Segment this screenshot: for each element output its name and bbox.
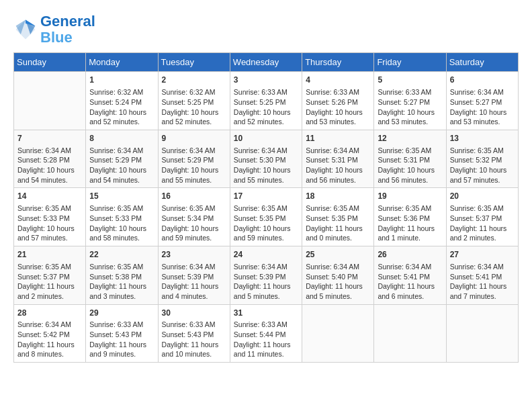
day-number: 12 [378, 133, 442, 144]
week-row-2: 7Sunrise: 6:34 AM Sunset: 5:28 PM Daylig… [14, 130, 519, 188]
calendar-cell: 3Sunrise: 6:33 AM Sunset: 5:25 PM Daylig… [230, 72, 302, 130]
day-number: 11 [306, 133, 370, 144]
calendar-cell: 22Sunrise: 6:35 AM Sunset: 5:38 PM Dayli… [86, 246, 158, 305]
day-number: 13 [450, 133, 515, 144]
day-number: 16 [162, 191, 226, 202]
day-number: 3 [234, 75, 298, 86]
day-number: 22 [89, 249, 154, 261]
col-header-thursday: Thursday [302, 53, 374, 72]
day-number: 1 [89, 75, 154, 86]
calendar-cell: 18Sunrise: 6:35 AM Sunset: 5:35 PM Dayli… [302, 188, 374, 246]
day-number: 8 [89, 133, 154, 144]
day-number: 6 [450, 75, 515, 86]
calendar-cell: 13Sunrise: 6:35 AM Sunset: 5:32 PM Dayli… [446, 130, 518, 188]
day-number: 5 [378, 75, 442, 86]
day-number: 30 [162, 308, 226, 319]
day-number: 23 [162, 249, 226, 261]
calendar-cell: 29Sunrise: 6:33 AM Sunset: 5:43 PM Dayli… [86, 304, 158, 363]
logo-text: GeneralBlue [40, 13, 95, 46]
calendar-cell: 30Sunrise: 6:33 AM Sunset: 5:43 PM Dayli… [158, 304, 230, 363]
calendar-cell: 11Sunrise: 6:34 AM Sunset: 5:31 PM Dayli… [302, 130, 374, 188]
col-header-saturday: Saturday [446, 53, 518, 72]
day-number: 24 [234, 249, 298, 261]
calendar-cell [374, 304, 446, 363]
calendar-table: SundayMondayTuesdayWednesdayThursdayFrid… [13, 52, 519, 363]
calendar-cell: 25Sunrise: 6:34 AM Sunset: 5:40 PM Dayli… [302, 246, 374, 305]
calendar-cell: 5Sunrise: 6:33 AM Sunset: 5:27 PM Daylig… [374, 72, 446, 130]
day-number: 29 [89, 308, 154, 319]
day-number: 26 [378, 249, 442, 261]
calendar-cell: 8Sunrise: 6:34 AM Sunset: 5:29 PM Daylig… [86, 130, 158, 188]
day-number: 31 [234, 308, 298, 319]
day-number: 15 [89, 191, 154, 202]
calendar-cell: 31Sunrise: 6:33 AM Sunset: 5:44 PM Dayli… [230, 304, 302, 363]
calendar-cell: 14Sunrise: 6:35 AM Sunset: 5:33 PM Dayli… [14, 188, 86, 246]
day-number: 7 [17, 133, 82, 144]
day-number: 21 [17, 249, 82, 261]
calendar-cell: 6Sunrise: 6:34 AM Sunset: 5:27 PM Daylig… [446, 72, 518, 130]
calendar-cell: 4Sunrise: 6:33 AM Sunset: 5:26 PM Daylig… [302, 72, 374, 130]
day-number: 28 [17, 308, 82, 319]
calendar-cell: 12Sunrise: 6:35 AM Sunset: 5:31 PM Dayli… [374, 130, 446, 188]
calendar-cell: 27Sunrise: 6:34 AM Sunset: 5:41 PM Dayli… [446, 246, 518, 305]
col-header-monday: Monday [86, 53, 158, 72]
calendar-cell: 1Sunrise: 6:32 AM Sunset: 5:24 PM Daylig… [86, 72, 158, 130]
calendar-cell [14, 72, 86, 130]
calendar-cell: 23Sunrise: 6:34 AM Sunset: 5:39 PM Dayli… [158, 246, 230, 305]
week-row-4: 21Sunrise: 6:35 AM Sunset: 5:37 PM Dayli… [14, 246, 519, 305]
day-number: 25 [306, 249, 370, 261]
logo-icon [13, 17, 38, 42]
day-number: 17 [234, 191, 298, 202]
calendar-cell: 26Sunrise: 6:34 AM Sunset: 5:41 PM Dayli… [374, 246, 446, 305]
day-number: 4 [306, 75, 370, 86]
calendar-cell [446, 304, 518, 363]
col-header-tuesday: Tuesday [158, 53, 230, 72]
day-number: 9 [162, 133, 226, 144]
col-header-sunday: Sunday [14, 53, 86, 72]
day-number: 20 [450, 191, 515, 202]
calendar-cell: 24Sunrise: 6:34 AM Sunset: 5:39 PM Dayli… [230, 246, 302, 305]
day-number: 27 [450, 249, 515, 261]
calendar-cell: 16Sunrise: 6:35 AM Sunset: 5:34 PM Dayli… [158, 188, 230, 246]
calendar-cell: 9Sunrise: 6:34 AM Sunset: 5:29 PM Daylig… [158, 130, 230, 188]
day-number: 19 [378, 191, 442, 202]
calendar-cell: 19Sunrise: 6:35 AM Sunset: 5:36 PM Dayli… [374, 188, 446, 246]
day-number: 10 [234, 133, 298, 144]
calendar-cell: 2Sunrise: 6:32 AM Sunset: 5:25 PM Daylig… [158, 72, 230, 130]
calendar-cell: 20Sunrise: 6:35 AM Sunset: 5:37 PM Dayli… [446, 188, 518, 246]
week-row-3: 14Sunrise: 6:35 AM Sunset: 5:33 PM Dayli… [14, 188, 519, 246]
logo: GeneralBlue [13, 13, 95, 46]
calendar-cell: 10Sunrise: 6:34 AM Sunset: 5:30 PM Dayli… [230, 130, 302, 188]
col-header-friday: Friday [374, 53, 446, 72]
page-header: GeneralBlue [13, 13, 519, 46]
calendar-cell: 7Sunrise: 6:34 AM Sunset: 5:28 PM Daylig… [14, 130, 86, 188]
calendar-cell: 15Sunrise: 6:35 AM Sunset: 5:33 PM Dayli… [86, 188, 158, 246]
calendar-cell [302, 304, 374, 363]
day-number: 2 [162, 75, 226, 86]
week-row-5: 28Sunrise: 6:34 AM Sunset: 5:42 PM Dayli… [14, 304, 519, 363]
day-number: 14 [17, 191, 82, 202]
calendar-cell: 28Sunrise: 6:34 AM Sunset: 5:42 PM Dayli… [14, 304, 86, 363]
week-row-1: 1Sunrise: 6:32 AM Sunset: 5:24 PM Daylig… [14, 72, 519, 130]
calendar-header-row: SundayMondayTuesdayWednesdayThursdayFrid… [14, 53, 519, 72]
col-header-wednesday: Wednesday [230, 53, 302, 72]
calendar-cell: 17Sunrise: 6:35 AM Sunset: 5:35 PM Dayli… [230, 188, 302, 246]
day-number: 18 [306, 191, 370, 202]
calendar-cell: 21Sunrise: 6:35 AM Sunset: 5:37 PM Dayli… [14, 246, 86, 305]
